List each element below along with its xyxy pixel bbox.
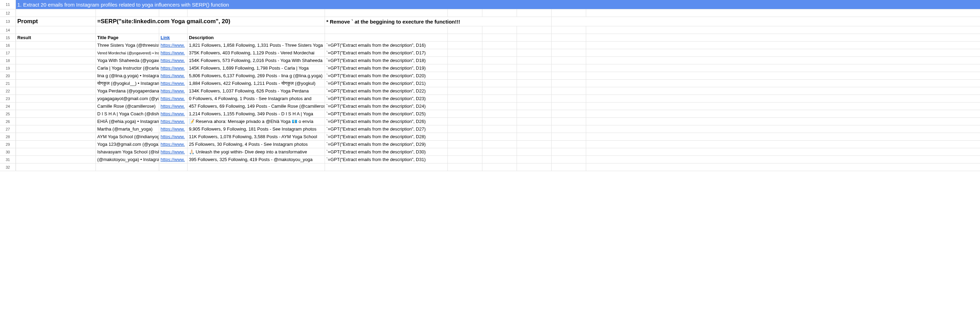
cell[interactable] [552, 102, 586, 110]
cell[interactable] [482, 10, 517, 17]
cell[interactable] [552, 125, 586, 133]
title-cell[interactable]: lina g (@lina.g.yoga) • Instagram [96, 72, 159, 79]
cell[interactable] [517, 64, 552, 72]
link-cell[interactable]: https://www. [159, 156, 188, 163]
cell[interactable] [448, 72, 482, 79]
cell[interactable] [159, 10, 188, 17]
cell[interactable] [517, 102, 552, 110]
cell[interactable] [482, 42, 517, 49]
cell[interactable] [159, 26, 188, 34]
cell[interactable] [517, 156, 552, 163]
gpt-cell[interactable]: `=GPT("Extract emails from the descripti… [325, 148, 448, 155]
cell[interactable] [16, 125, 96, 133]
title-cell[interactable]: Vered Mordechai (@yogavered) • Instagram [96, 49, 159, 56]
desc-cell[interactable]: 375K Followers, 403 Following, 1,129 Pos… [188, 49, 325, 56]
cell[interactable] [517, 49, 552, 56]
title-cell[interactable]: yogagagayot@gmail.com (@yogagagayot) [96, 95, 159, 102]
link-cell[interactable]: https://www. [159, 87, 188, 94]
desc-cell[interactable]: 457 Followers, 69 Following, 149 Posts -… [188, 102, 325, 110]
table-row[interactable]: 31(@makotoyou_yoga) • Instagramhttps://w… [0, 156, 980, 163]
cell[interactable] [552, 49, 586, 56]
gpt-cell[interactable]: `=GPT("Extract emails from the descripti… [325, 87, 448, 94]
row-header[interactable]: 29 [0, 141, 16, 148]
table-row[interactable]: 21योगकुल (@yogkul__) • Instagramhttps://… [0, 80, 980, 87]
title-cell[interactable]: Three Sisters Yoga (@threesistersyoga) [96, 42, 159, 49]
row-header[interactable]: 24 [0, 102, 16, 110]
cell[interactable] [448, 34, 482, 41]
cell[interactable] [517, 110, 552, 117]
cell[interactable] [159, 163, 188, 171]
cell[interactable] [16, 26, 96, 34]
table-row[interactable]: 17Vered Mordechai (@yogavered) • Instagr… [0, 49, 980, 57]
cell[interactable] [482, 163, 517, 171]
cell[interactable] [16, 95, 96, 102]
row-header[interactable]: 21 [0, 80, 16, 87]
desc-cell[interactable]: 0 Followers, 4 Following, 1 Posts - See … [188, 95, 325, 102]
link-cell[interactable]: https://www. [159, 102, 188, 110]
table-row[interactable]: 18Yoga With Shaheeda (@yogawithshaheeda)… [0, 57, 980, 64]
row-header[interactable]: 18 [0, 57, 16, 64]
row-header[interactable]: 31 [0, 156, 16, 163]
desc-cell[interactable]: 145K Followers, 1,699 Following, 1,798 P… [188, 64, 325, 72]
gpt-cell[interactable]: `=GPT("Extract emails from the descripti… [325, 95, 448, 102]
cell[interactable] [16, 133, 96, 140]
gpt-cell[interactable]: `=GPT("Extract emails from the descripti… [325, 102, 448, 110]
row-header[interactable]: 27 [0, 125, 16, 133]
cell[interactable] [188, 10, 325, 17]
cell[interactable] [325, 163, 448, 171]
section-banner[interactable]: 1. Extract 20 emails from Instagram prof… [16, 0, 980, 9]
cell[interactable] [448, 95, 482, 102]
cell[interactable] [325, 34, 448, 41]
desc-cell[interactable]: 395 Followers, 325 Following, 419 Posts … [188, 156, 325, 163]
cell[interactable] [482, 64, 517, 72]
cell[interactable] [552, 64, 586, 72]
cell[interactable] [482, 148, 517, 155]
cell[interactable] [552, 10, 586, 17]
row-header[interactable]: 22 [0, 87, 16, 94]
cell[interactable] [517, 57, 552, 64]
prompt-note[interactable]: * Remove ` at the beggining to execture … [325, 17, 552, 26]
cell[interactable] [448, 26, 482, 34]
cell[interactable] [16, 80, 96, 87]
cell[interactable] [448, 133, 482, 140]
cell[interactable] [325, 10, 448, 17]
cell[interactable] [552, 87, 586, 94]
row-13[interactable]: 13 Prompt =SERP("site:linkedin.com Yoga … [0, 17, 980, 26]
desc-cell[interactable]: 📝 Reserva ahora: Mensaje privado a @Ehiä… [188, 118, 325, 125]
title-cell[interactable]: Camille Rose (@camillerose) [96, 102, 159, 110]
cell[interactable] [517, 42, 552, 49]
cell[interactable] [96, 163, 159, 171]
table-row[interactable]: 19Carla | Yoga Instructor (@carla.yoga)h… [0, 64, 980, 72]
table-row[interactable]: 28AYM Yoga School (@indianyogaschool)htt… [0, 133, 980, 141]
cell[interactable] [552, 118, 586, 125]
cell[interactable] [517, 125, 552, 133]
link-cell[interactable]: https://www. [159, 141, 188, 148]
link-cell[interactable]: https://www. [159, 42, 188, 49]
cell[interactable] [552, 80, 586, 87]
gpt-cell[interactable]: `=GPT("Extract emails from the descripti… [325, 72, 448, 79]
cell[interactable] [448, 80, 482, 87]
cell[interactable] [448, 57, 482, 64]
cell[interactable] [552, 133, 586, 140]
row-header-32[interactable]: 32 [0, 163, 16, 171]
cell[interactable] [16, 49, 96, 56]
cell[interactable] [482, 49, 517, 56]
cell[interactable] [448, 64, 482, 72]
cell[interactable] [16, 57, 96, 64]
title-cell[interactable]: (@makotoyou_yoga) • Instagram [96, 156, 159, 163]
cell[interactable] [448, 42, 482, 49]
prompt-formula[interactable]: =SERP("site:linkedin.com Yoga gmail.com"… [96, 17, 325, 26]
header-link[interactable]: Link [159, 34, 188, 41]
desc-cell[interactable]: 25 Followers, 30 Following, 4 Posts - Se… [188, 141, 325, 148]
gpt-cell[interactable]: `=GPT("Extract emails from the descripti… [325, 42, 448, 49]
cell[interactable] [16, 10, 96, 17]
row-32[interactable]: 32 [0, 163, 980, 171]
table-row[interactable]: 29Yoga 123@gmail.com (@yoga123)https://w… [0, 141, 980, 148]
row-header-15[interactable]: 15 [0, 34, 16, 41]
link-cell[interactable]: https://www. [159, 118, 188, 125]
cell[interactable] [448, 156, 482, 163]
cell[interactable] [517, 133, 552, 140]
row-15[interactable]: 15 Result Title Page Link Description [0, 34, 980, 42]
cell[interactable] [517, 163, 552, 171]
desc-cell[interactable]: 11K Followers, 1,078 Following, 3,588 Po… [188, 133, 325, 140]
